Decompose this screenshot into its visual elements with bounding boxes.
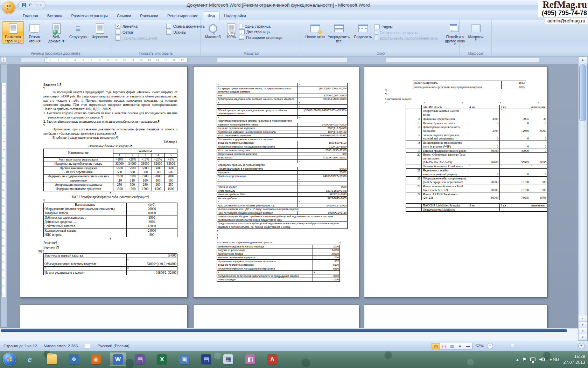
status-language[interactable]: Русский (Россия) bbox=[97, 344, 129, 348]
table-row: Из них реализовано в кредит64800/2=32400 bbox=[44, 271, 177, 275]
document-canvas[interactable]: 1234567891011121314151617181920212223242… bbox=[0, 64, 578, 328]
save-icon[interactable] bbox=[22, 3, 26, 7]
taskbar-acrobat-reader-button[interactable]: A bbox=[264, 353, 280, 366]
office-button[interactable] bbox=[2, 1, 15, 14]
tab-Рецензирование[interactable]: Рецензирование bbox=[163, 12, 203, 20]
ruler-band-page2 bbox=[217, 58, 347, 62]
vertical-scrollbar[interactable]: ▲ ▴ ● ▾ ▼ bbox=[578, 56, 587, 341]
checkbox-Эскизы[interactable]: Эскизы bbox=[166, 30, 205, 35]
table-row: постоянные издержки на содержание персон… bbox=[217, 145, 348, 149]
tab-Рассылки[interactable]: Рассылки bbox=[135, 12, 163, 20]
taskbar-app-orange-button[interactable]: ◉ bbox=[88, 353, 104, 366]
taskbar-excel-button[interactable]: X bbox=[154, 353, 170, 366]
zoom-level[interactable]: 52% bbox=[476, 344, 484, 348]
tab-Вид[interactable]: Вид bbox=[203, 12, 219, 20]
zoom-slider-thumb[interactable] bbox=[511, 344, 514, 348]
checkbox-Сетка[interactable]: Сетка bbox=[115, 30, 157, 35]
zoom-out-button[interactable]: − bbox=[487, 343, 493, 349]
table-cell: ° bbox=[406, 203, 422, 207]
table-cell: или bbox=[217, 94, 298, 97]
start-button[interactable] bbox=[3, 353, 16, 366]
table-cell: 35 bbox=[530, 117, 547, 121]
split-button[interactable]: Разделить bbox=[352, 21, 374, 40]
proofing-status-icon[interactable] bbox=[85, 344, 90, 348]
new-window-button[interactable]: Новое окно bbox=[304, 21, 326, 40]
checkbox-Схема документа[interactable]: Схема документа bbox=[166, 24, 205, 29]
horizontal-scrollbar[interactable] bbox=[0, 328, 578, 341]
status-page[interactable]: Страница: 1 из 12 bbox=[4, 344, 37, 348]
view-print-layout-button[interactable]: ▤ bbox=[432, 343, 440, 349]
zoom-button[interactable]: Масштаб bbox=[203, 21, 223, 40]
status-word-count[interactable]: Число слов: 2 386 bbox=[44, 344, 78, 348]
table-move-handle[interactable]: ⊞¶ bbox=[38, 250, 177, 253]
checkbox-icon: ✓ bbox=[115, 24, 120, 29]
arrange-all-button[interactable]: Упорядочить все bbox=[326, 21, 352, 44]
table-cell: ° bbox=[530, 164, 547, 169]
group-label: Окно bbox=[302, 52, 459, 55]
tab-Главная[interactable]: Главная bbox=[18, 12, 43, 20]
previous-page-icon[interactable]: ▴ bbox=[579, 315, 587, 321]
scroll-up-icon[interactable]: ▲ bbox=[579, 57, 587, 63]
page-width-button[interactable]: По ширине страницы bbox=[239, 35, 282, 40]
taskbar-internet-explorer-button[interactable]: e bbox=[22, 353, 38, 366]
taskbar-archive-button[interactable]: ▤ bbox=[198, 353, 214, 366]
volume-icon[interactable] bbox=[539, 357, 546, 362]
tab-Надстройки[interactable]: Надстройки bbox=[219, 12, 251, 20]
taskbar-calculator-button[interactable]: ▦ bbox=[220, 353, 236, 366]
view-web-layout-button[interactable]: ▥ bbox=[448, 343, 456, 349]
language-indicator[interactable]: ENG bbox=[550, 357, 559, 362]
taskbar-paint-button[interactable]: ◧ bbox=[242, 353, 258, 366]
zoom-100-button[interactable]: 100% bbox=[223, 21, 239, 40]
web-layout-button[interactable]: Веб-документ bbox=[46, 21, 67, 44]
view-side-by-side-button[interactable]: Рядом bbox=[374, 25, 438, 29]
tab-Разметка страницы[interactable]: Разметка страницы bbox=[67, 12, 112, 20]
table-cell: 46900 bbox=[468, 153, 500, 164]
select-browse-object-icon[interactable]: ● bbox=[579, 321, 587, 328]
tab-selector[interactable]: L bbox=[1, 57, 6, 62]
page-5[interactable] bbox=[194, 305, 359, 328]
view-draft-button[interactable]: ▬ bbox=[464, 343, 472, 349]
outline-view-button[interactable]: ≣ Структура bbox=[67, 21, 89, 40]
taskbar-app-blue-button[interactable]: ❖ bbox=[66, 353, 82, 366]
clock[interactable]: 16:29 27.07.2013 bbox=[563, 354, 585, 366]
taskbar-image-viewer-button[interactable]: ▣ bbox=[176, 353, 192, 366]
macros-button[interactable]: Макросы ▼ bbox=[465, 21, 487, 42]
indent-marker-icon[interactable] bbox=[45, 57, 48, 59]
scrollbar-thumb[interactable] bbox=[1, 329, 567, 332]
redo-icon[interactable]: ↷ bbox=[34, 3, 38, 7]
zoom-slider[interactable] bbox=[496, 346, 575, 346]
indent-marker-icon[interactable] bbox=[45, 61, 48, 63]
view-full-screen-reading-button[interactable]: ◫ bbox=[440, 343, 448, 349]
next-page-icon[interactable]: ▾ bbox=[579, 328, 587, 334]
table-cell: 54000 bbox=[313, 248, 340, 252]
tab-Ссылки[interactable]: Ссылки bbox=[112, 12, 136, 20]
tab-Вставка[interactable]: Вставка bbox=[43, 12, 67, 20]
view-outline-button[interactable]: ≣ bbox=[456, 343, 464, 349]
table-row: Предполагается, что остаток дебиторской … bbox=[217, 222, 348, 229]
taskbar-winrar-button[interactable]: ▤ bbox=[132, 353, 148, 366]
reading-mode-button[interactable]: Режим чтения bbox=[24, 21, 46, 44]
checkbox-Линейка[interactable]: ✓Линейка bbox=[115, 24, 157, 29]
two-pages-button[interactable]: Две страницы bbox=[239, 29, 282, 34]
tray-expand-icon[interactable]: ▴ bbox=[516, 357, 519, 362]
scrollbar-thumb[interactable] bbox=[579, 64, 586, 121]
page-1[interactable]: Задание 1.¶ ¶ За последний квартал преды… bbox=[20, 67, 187, 297]
draft-view-button[interactable]: Черновик bbox=[89, 21, 111, 40]
table-cell: ¤ bbox=[217, 101, 298, 105]
one-page-button[interactable]: Одна страница bbox=[239, 24, 282, 28]
taskbar-folder-button[interactable] bbox=[44, 353, 60, 366]
page-4[interactable] bbox=[20, 305, 187, 328]
ruler-band-page1[interactable]: 1·2·3·4·5·6·7·8·9·10·11·12·13·14·15·16·1… bbox=[45, 58, 188, 62]
taskbar-word-button[interactable]: W bbox=[110, 353, 126, 366]
scroll-down-icon[interactable]: ▼ bbox=[579, 334, 587, 340]
page-6[interactable] bbox=[364, 305, 547, 328]
page-2[interactable]: ¤¤Т.к. кредит предоставляется на месяц, … bbox=[194, 67, 359, 297]
network-icon[interactable] bbox=[530, 357, 536, 361]
print-layout-button[interactable]: Разметка страницы bbox=[2, 21, 24, 44]
undo-icon[interactable]: ↶ bbox=[28, 3, 32, 7]
ruler-number: 24 bbox=[2, 269, 5, 272]
qat-customize-icon[interactable]: ▾ bbox=[40, 4, 42, 7]
action-center-flag-icon[interactable]: ⚑ bbox=[523, 357, 527, 362]
page-3[interactable]: налог на прибыль-2843итого денежных сред… bbox=[364, 67, 547, 297]
zoom-in-button[interactable]: + bbox=[578, 343, 584, 349]
